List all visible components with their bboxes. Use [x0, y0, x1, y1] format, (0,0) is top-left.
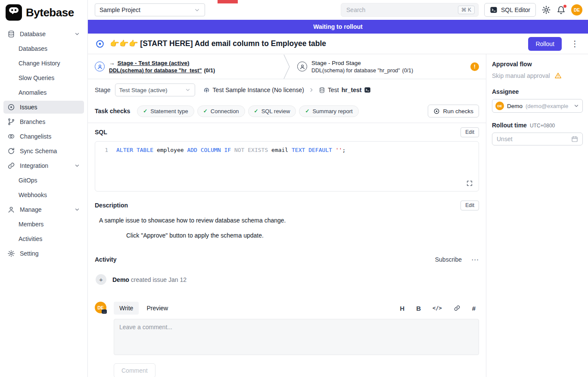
- rollout-time-value: Unset: [497, 136, 513, 142]
- chevron-down-icon: [74, 163, 80, 169]
- stage-item-prod[interactable]: Stage - Prod Stage DDL(schema) for datab…: [290, 54, 486, 79]
- task-check-summary-report[interactable]: ✓ Summary report: [299, 105, 358, 117]
- changelists-icon: [7, 133, 15, 140]
- settings-gear-button[interactable]: [541, 5, 551, 15]
- sidebar-item-gitops[interactable]: GitOps: [3, 174, 84, 187]
- sidebar-item-sync-schema[interactable]: Sync Schema: [3, 145, 84, 158]
- description-edit-button[interactable]: Edit: [460, 201, 479, 210]
- sidebar-item-slow-queries[interactable]: Slow Queries: [3, 71, 84, 84]
- assignee-label: Assignee: [492, 88, 583, 95]
- sidebar-item-integration[interactable]: Integration: [3, 159, 84, 172]
- notification-dot: [563, 5, 566, 8]
- markdown-toolbar: H B </> #: [400, 305, 479, 312]
- instance-link[interactable]: Test Sample Instance (No license): [203, 87, 304, 94]
- postgres-icon: [203, 87, 210, 94]
- terminal-icon: [490, 6, 498, 14]
- stage-selector-row: Stage Test Stage (active) Test Sample In…: [88, 79, 486, 101]
- stage-title: Stage - Prod Stage: [311, 60, 361, 66]
- task-check-sql-review[interactable]: ✓ SQL review: [248, 105, 296, 117]
- sidebar-item-database[interactable]: Database: [3, 28, 84, 40]
- stage-attention-badge: !: [470, 62, 479, 71]
- sidebar-item-changelists[interactable]: Changelists: [3, 130, 84, 143]
- event-user[interactable]: Demo: [112, 276, 129, 283]
- sidebar-item-label: Manage: [20, 206, 42, 213]
- rollout-button[interactable]: Rollout: [528, 37, 562, 51]
- search-input[interactable]: [346, 6, 454, 13]
- plus-icon: +: [96, 274, 106, 285]
- comment-editor: DE ⋯ Write Preview H B </>: [95, 302, 479, 377]
- sidebar: Bytebase Database Databases Change Histo…: [0, 0, 88, 377]
- stage-person-icon: [297, 62, 307, 71]
- chevron-right-icon: [308, 87, 314, 93]
- assignee-email: (demo@example: [526, 103, 570, 109]
- run-checks-button[interactable]: Run checks: [428, 105, 479, 117]
- sidebar-item-label: Members: [19, 221, 44, 228]
- sidebar-item-activities[interactable]: Activities: [3, 232, 84, 245]
- chevron-down-icon: [185, 87, 191, 93]
- project-select[interactable]: Sample Project: [95, 3, 205, 16]
- instance-name: Test Sample Instance (No license): [213, 87, 304, 93]
- approval-flow-value: Skip manual approval: [492, 72, 550, 79]
- sql-code-block[interactable]: 1 ALTER TABLE employee ADD COLUMN IF NOT…: [95, 141, 479, 192]
- task-checks-row: Task checks ✓ Statement type ✓ Connectio…: [88, 101, 486, 123]
- stage-progress: (0/1): [402, 68, 414, 74]
- issue-main: → Stage - Test Stage (active) DDL(schema…: [88, 54, 486, 377]
- sidebar-item-branches[interactable]: Branches: [3, 115, 84, 128]
- activity-menu-button[interactable]: ⋯: [471, 255, 479, 264]
- stage-subtitle: DDL(schema) for database "hr_test": [109, 68, 202, 74]
- assignee-select[interactable]: DE Demo (demo@example: [492, 99, 583, 113]
- brand-wordmark: Bytebase: [26, 6, 74, 19]
- database-link[interactable]: Test hr_test: [319, 87, 371, 93]
- sidebar-item-setting[interactable]: Setting: [3, 247, 84, 260]
- notifications-bell-button[interactable]: [557, 6, 566, 15]
- sidebar-item-label: Setting: [20, 250, 39, 257]
- comment-input[interactable]: [114, 319, 479, 355]
- open-sql-editor-icon[interactable]: [364, 87, 371, 93]
- bold-icon[interactable]: B: [416, 305, 421, 312]
- rollout-time-label: Rollout time: [492, 122, 527, 129]
- editor-tabs: Write Preview H B </> #: [114, 302, 479, 315]
- stage-select[interactable]: Test Stage (active): [115, 83, 195, 96]
- stage-item-test[interactable]: → Stage - Test Stage (active) DDL(schema…: [88, 54, 283, 79]
- sidebar-item-anomalies[interactable]: Anomalies: [3, 86, 84, 99]
- rollout-timezone: UTC+0800: [530, 123, 555, 129]
- sidebar-item-databases[interactable]: Databases: [3, 42, 84, 55]
- event-date: Jan 12: [168, 276, 187, 283]
- line-number: 1: [100, 146, 108, 155]
- sidebar-item-members[interactable]: Members: [3, 218, 84, 231]
- rollout-time-input[interactable]: Unset: [492, 133, 583, 145]
- stage-select-value: Test Stage (active): [119, 87, 168, 93]
- subscribe-button[interactable]: Subscribe: [435, 256, 462, 263]
- sidebar-item-webhooks[interactable]: Webhooks: [3, 188, 84, 201]
- tab-write[interactable]: Write: [114, 302, 139, 315]
- description-section: Description Edit A sample issue to showc…: [88, 196, 486, 239]
- sidebar-item-label: Database: [20, 31, 46, 37]
- task-check-connection[interactable]: ✓ Connection: [197, 105, 245, 117]
- git-branch-icon: [7, 118, 15, 126]
- link-icon[interactable]: [454, 305, 460, 312]
- tab-preview[interactable]: Preview: [141, 302, 174, 315]
- sync-icon: [7, 147, 15, 155]
- assignee-avatar: DE: [495, 102, 504, 110]
- code-icon[interactable]: </>: [432, 305, 442, 311]
- sql-editor-button-label: SQL Editor: [501, 6, 530, 13]
- search-shortcut-kbd: ⌘ K: [458, 6, 475, 14]
- sidebar-item-issues[interactable]: Issues: [3, 101, 84, 114]
- sidebar-item-manage[interactable]: Manage: [3, 203, 84, 216]
- hash-icon[interactable]: #: [472, 305, 476, 312]
- task-check-label: SQL review: [261, 108, 290, 114]
- user-avatar[interactable]: DE: [571, 4, 582, 15]
- sql-editor-button[interactable]: SQL Editor: [484, 3, 536, 17]
- expand-editor-button[interactable]: [466, 180, 473, 187]
- sql-section: SQL Edit 1 ALTER TABLE employee ADD COLU…: [88, 123, 486, 192]
- task-check-statement-type[interactable]: ✓ Statement type: [137, 105, 194, 117]
- issue-menu-button[interactable]: ⋮: [567, 40, 583, 48]
- user-icon: [7, 206, 15, 213]
- comment-submit-button[interactable]: Comment: [114, 363, 156, 377]
- gear-icon: [541, 5, 551, 15]
- search-box[interactable]: ⌘ K: [341, 3, 479, 17]
- heading-icon[interactable]: H: [400, 305, 404, 312]
- brand-logo[interactable]: Bytebase: [0, 0, 87, 25]
- sidebar-item-change-history[interactable]: Change History: [3, 57, 84, 70]
- sql-edit-button[interactable]: Edit: [460, 127, 479, 137]
